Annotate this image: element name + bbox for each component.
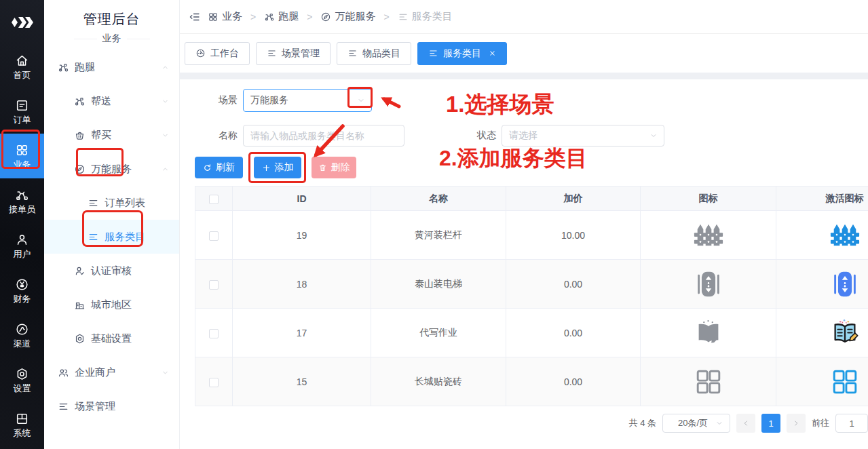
- tab-物品类目[interactable]: 物品类目: [337, 42, 411, 65]
- submenu-item-label: 订单列表: [105, 197, 145, 210]
- delete-button[interactable]: 删除: [312, 157, 356, 178]
- row-checkbox[interactable]: [209, 378, 219, 387]
- table-row: 18泰山装电梯0.00: [195, 260, 868, 309]
- row-checkbox[interactable]: [209, 329, 219, 338]
- submenu-item-场景管理[interactable]: 场景管理: [44, 389, 179, 423]
- page-size-select[interactable]: 20条/页: [662, 414, 730, 433]
- chevron-down-icon[interactable]: [649, 131, 658, 140]
- breadcrumb: 业务>跑腿>万能服务>服务类目: [180, 0, 868, 34]
- submenu-item-订单列表[interactable]: 订单列表: [44, 186, 179, 220]
- content-panel: 场景 万能服务 名称 状态 请选择: [180, 79, 868, 449]
- table-toolbar: 刷新 添加 删除: [195, 157, 868, 178]
- user-icon: [15, 233, 29, 247]
- submenu-item-label: 帮买: [91, 129, 111, 142]
- submenu-item-帮送[interactable]: 帮送: [44, 84, 179, 118]
- row-active-icon-cell: [776, 260, 868, 309]
- submenu-item-label: 认证审核: [91, 265, 132, 277]
- grid-icon: [208, 12, 219, 22]
- submenu-item-认证审核[interactable]: 认证审核: [44, 254, 179, 288]
- book-active-icon: [776, 317, 868, 349]
- breadcrumb-万能服务[interactable]: 万能服务: [320, 10, 375, 23]
- row-price-cell: 0.00: [506, 357, 641, 406]
- fence-active-icon: [776, 220, 868, 251]
- tiles-active-icon: [776, 366, 868, 397]
- breadcrumb-服务类目: 服务类目: [398, 10, 453, 23]
- row-select-cell: [195, 260, 233, 309]
- prev-page-button[interactable]: [736, 414, 755, 433]
- name-input[interactable]: [250, 130, 397, 141]
- submenu-item-label: 万能服务: [91, 163, 132, 176]
- rider-icon: [15, 188, 29, 202]
- close-icon[interactable]: [489, 50, 496, 57]
- breadcrumb-separator: >: [305, 12, 314, 22]
- submenu-item-label: 基础设置: [91, 332, 132, 345]
- submenu-item-万能服务[interactable]: 万能服务: [44, 152, 179, 186]
- caret-down-icon: [161, 131, 170, 140]
- goto-page-input[interactable]: [835, 414, 868, 433]
- select-all-checkbox[interactable]: [209, 195, 219, 204]
- fold-menu-icon[interactable]: [189, 11, 201, 23]
- row-active-icon-cell: [776, 211, 868, 260]
- refresh-button[interactable]: 刷新: [195, 157, 243, 178]
- admin-app: 首页订单业务接单员用户财务渠道设置系统 管理后台 业务 跑腿帮送帮买万能服务订单…: [0, 0, 868, 449]
- row-name-cell: 黄河装栏杆: [371, 211, 506, 260]
- chevron-down-icon[interactable]: [356, 96, 366, 105]
- rail-item-system[interactable]: 系统: [0, 402, 44, 447]
- breadcrumb-separator: >: [249, 12, 257, 22]
- trash-icon: [318, 163, 327, 172]
- rail-item-home[interactable]: 首页: [0, 44, 44, 89]
- fence-icon: [641, 220, 776, 251]
- system-icon: [15, 412, 29, 426]
- status-label: 状态: [470, 130, 502, 142]
- submenu-item-label: 城市地区: [91, 298, 132, 311]
- elevator-active-icon: [776, 269, 868, 300]
- tab-工作台[interactable]: 工作台: [185, 42, 250, 65]
- row-id-cell: 17: [233, 309, 371, 357]
- logo-icon: [11, 15, 34, 30]
- add-button[interactable]: 添加: [254, 157, 301, 178]
- column-header-激活图标: 激活图标: [776, 187, 868, 211]
- app-logo[interactable]: [0, 0, 44, 44]
- tab-场景管理[interactable]: 场景管理: [256, 42, 331, 65]
- main-area: 业务>跑腿>万能服务>服务类目 工作台场景管理物品类目服务类目 场景 万能服务 …: [180, 0, 868, 449]
- rail-item-user[interactable]: 用户: [0, 223, 44, 268]
- rail-item-channel[interactable]: 渠道: [0, 313, 44, 357]
- row-name-cell: 长城贴瓷砖: [371, 357, 506, 406]
- page-number-1[interactable]: 1: [761, 414, 780, 433]
- rail-item-gear[interactable]: 设置: [0, 357, 44, 402]
- breadcrumb-业务[interactable]: 业务: [208, 10, 242, 23]
- submenu-item-服务类目[interactable]: 服务类目: [44, 220, 179, 254]
- plus-icon: [262, 163, 271, 172]
- submenu-item-基础设置[interactable]: 基础设置: [44, 321, 179, 355]
- row-icon-cell: [641, 309, 776, 357]
- tiles-icon: [641, 366, 776, 397]
- row-id-cell: 18: [233, 260, 371, 309]
- next-page-button[interactable]: [787, 414, 806, 433]
- submenu-item-企业商户[interactable]: 企业商户: [44, 355, 179, 389]
- list-icon: [267, 48, 277, 58]
- name-label: 名称: [195, 130, 243, 142]
- breadcrumb-跑腿[interactable]: 跑腿: [264, 10, 299, 23]
- tab-服务类目[interactable]: 服务类目: [417, 42, 507, 65]
- row-price-cell: 0.00: [506, 309, 641, 357]
- rail-item-finance[interactable]: 财务: [0, 268, 44, 313]
- rail-item-rider[interactable]: 接单员: [0, 178, 44, 223]
- channel-icon: [15, 322, 29, 336]
- row-id-cell: 15: [233, 357, 371, 406]
- rail-item-grid[interactable]: 业务: [0, 134, 44, 178]
- row-name-cell: 代写作业: [371, 309, 506, 357]
- scene-select-value: 万能服务: [250, 94, 288, 106]
- rail-item-order[interactable]: 订单: [0, 89, 44, 134]
- status-select[interactable]: 请选择: [502, 125, 664, 147]
- submenu-item-帮买[interactable]: 帮买: [44, 118, 179, 152]
- elevator-icon: [641, 269, 776, 300]
- submenu-item-跑腿[interactable]: 跑腿: [44, 50, 179, 84]
- row-checkbox[interactable]: [209, 280, 219, 290]
- row-checkbox[interactable]: [209, 231, 219, 241]
- finance-icon: [15, 277, 29, 292]
- person-check-icon: [74, 265, 86, 277]
- total-count: 共 4 条: [629, 417, 656, 429]
- row-price-cell: 0.00: [506, 260, 641, 309]
- submenu-item-城市地区[interactable]: 城市地区: [44, 288, 179, 321]
- scene-select[interactable]: 万能服务: [243, 89, 372, 112]
